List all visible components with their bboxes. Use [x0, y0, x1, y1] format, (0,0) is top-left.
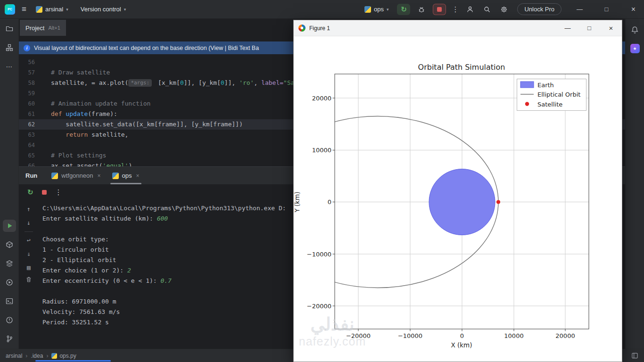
terminal-tool-button[interactable] — [3, 295, 16, 307]
figure-title: Figure 1 — [309, 25, 330, 32]
pycharm-logo[interactable]: PC — [5, 4, 15, 15]
line-number: 57 — [19, 67, 35, 78]
svg-text:20000: 20000 — [312, 95, 331, 102]
python-icon — [364, 6, 371, 13]
code-text: satellite, = ax.plot(*args: [x_km[0]], [… — [51, 78, 295, 88]
legend-satellite-label: Satellite — [537, 101, 562, 108]
layers-icon — [6, 260, 13, 267]
rerun-button[interactable]: ↻ — [27, 188, 33, 197]
line-number: 65 — [19, 150, 35, 161]
more-actions-icon[interactable]: ⋮ — [452, 5, 459, 14]
run-tab-ops[interactable]: ops × — [107, 167, 145, 184]
run-tab-label: wtfgonneon — [61, 172, 93, 179]
dependencies-tool-button[interactable] — [3, 257, 16, 270]
services-icon — [6, 279, 13, 286]
line-number: 62 — [19, 119, 35, 130]
structure-tool-button[interactable] — [3, 41, 16, 54]
unlock-pro-button[interactable]: Unlock Pro — [517, 3, 561, 15]
stop-icon — [437, 7, 442, 12]
figure-titlebar[interactable]: Figure 1 — □ × — [294, 20, 622, 36]
code-text: def update(frame): — [51, 109, 117, 119]
ide-titlebar: PC ≡ arsinal ▾ Version control ▾ ops ▾ ↻ — [0, 0, 644, 19]
python-packages-tool-button[interactable] — [3, 239, 16, 251]
chevron-down-icon: ▾ — [387, 7, 389, 12]
structure-icon — [6, 44, 13, 51]
legend-satellite-swatch — [525, 102, 529, 106]
legend-earth-label: Earth — [537, 82, 554, 89]
layout-icon[interactable] — [631, 352, 638, 359]
close-icon[interactable]: × — [98, 173, 101, 179]
figure-canvas[interactable]: Orbital Path Simulation 20000 10000 0 −1… — [294, 36, 622, 362]
clear-console-icon[interactable] — [25, 276, 32, 283]
figure-close-button[interactable]: × — [600, 20, 622, 36]
code-text: satellite.set_data([x_km[frame]], [y_km[… — [51, 119, 243, 130]
project-tool-window-tab[interactable]: Project Alt+1 — [20, 20, 66, 36]
scroll-up-icon[interactable]: ↑ — [27, 204, 31, 214]
chevron-down-icon: ▾ — [66, 7, 68, 12]
project-name: arsinal — [45, 6, 63, 13]
search-icon — [483, 6, 491, 13]
breadcrumb-separator: › — [25, 353, 27, 359]
run-tool-button[interactable] — [3, 220, 16, 232]
titlebar-left: PC ≡ arsinal ▾ Version control ▾ — [0, 4, 129, 15]
figure-window[interactable]: Figure 1 — □ × — [293, 20, 622, 362]
breadcrumb-folder[interactable]: .idea — [31, 353, 43, 359]
figure-maximize-button[interactable]: □ — [578, 20, 600, 36]
run-button[interactable]: ↻ — [397, 4, 410, 15]
debug-button[interactable] — [416, 4, 427, 15]
code-text: # Draw satellite — [51, 67, 110, 78]
gear-icon — [500, 6, 508, 13]
run-icon — [6, 222, 13, 230]
bug-icon — [418, 6, 425, 13]
breadcrumb-file[interactable]: ops.py — [51, 353, 76, 359]
vcs-widget[interactable]: Version control ▾ — [78, 4, 129, 15]
window-minimize-button[interactable]: — — [569, 0, 590, 19]
line-number: 66 — [19, 161, 35, 166]
close-icon[interactable]: × — [136, 173, 140, 179]
titlebar-right: ops ▾ ↻ ⋮ — [362, 0, 644, 18]
line-number: 58 — [19, 78, 35, 88]
run-config-selector[interactable]: ops ▾ — [362, 4, 392, 15]
matplotlib-icon — [298, 25, 305, 32]
statusbar-right — [631, 352, 638, 359]
info-icon: i — [24, 45, 30, 51]
settings-button[interactable] — [498, 4, 510, 15]
svg-text:−20000: −20000 — [346, 332, 371, 339]
project-tool-button[interactable] — [3, 23, 16, 35]
scroll-down-icon[interactable]: ↓ — [27, 218, 31, 228]
svg-text:10000: 10000 — [504, 332, 523, 339]
line-number: 56 — [19, 57, 35, 67]
print-icon[interactable]: ▤ — [27, 263, 31, 273]
problems-tool-button[interactable] — [3, 314, 16, 326]
profile-button[interactable] — [464, 4, 476, 15]
main-menu-icon[interactable]: ≡ — [22, 5, 26, 13]
ai-assistant-button[interactable]: ★ — [628, 42, 642, 55]
trash-icon — [25, 276, 32, 283]
run-tab-wtfgonneon[interactable]: wtfgonneon × — [46, 167, 106, 184]
stop-button[interactable] — [433, 4, 446, 15]
svg-text:0: 0 — [328, 198, 331, 206]
python-icon — [51, 353, 57, 359]
version-control-tool-button[interactable] — [3, 333, 16, 345]
project-tab-shortcut: Alt+1 — [48, 25, 60, 31]
project-selector[interactable]: arsinal ▾ — [33, 4, 71, 15]
stop-process-button[interactable] — [42, 190, 47, 195]
code-text: # Animation update function — [51, 99, 150, 109]
services-tool-button[interactable] — [3, 276, 16, 288]
search-everywhere-button[interactable] — [481, 4, 493, 15]
x-tick-labels: −20000 −10000 0 10000 20000 — [346, 332, 575, 339]
notifications-button[interactable] — [628, 24, 642, 36]
soft-wrap-icon[interactable]: ↩ — [27, 235, 31, 246]
folder-icon — [6, 25, 13, 33]
more-tool-windows-button[interactable]: ⋯ — [3, 60, 16, 73]
user-icon — [466, 6, 474, 13]
window-maximize-button[interactable]: □ — [596, 0, 617, 19]
scroll-to-end-icon[interactable]: ⇓ — [27, 249, 31, 259]
x-axis-label: X (km) — [451, 341, 472, 349]
breadcrumb-separator: › — [46, 353, 48, 359]
window-close-button[interactable]: × — [623, 0, 644, 19]
breadcrumb-project[interactable]: arsinal — [6, 353, 22, 359]
console-more-options-icon[interactable]: ⋮ — [55, 188, 62, 197]
figure-minimize-button[interactable]: — — [557, 20, 578, 36]
line-number: 64 — [19, 140, 35, 150]
